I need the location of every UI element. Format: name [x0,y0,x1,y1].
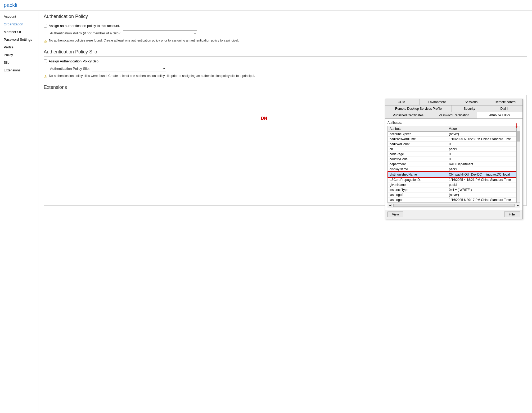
auth-policy-checkbox[interactable] [44,24,47,27]
sidebar-item-silo[interactable]: Silo [0,59,38,66]
attr-cell: badPasswordTime [388,137,447,142]
auth-silo-warning-text: No authentication policy silos were foun… [49,74,255,78]
attr-cell: department [388,162,447,167]
attributes-area: Attributes: Attribute Value [385,119,522,210]
table-row[interactable]: accountExpires(never) [388,132,520,137]
attr-cell: dSCorePropagationD... [388,177,447,182]
tab-row-2: Remote Desktop Services Profile Security… [385,105,522,112]
tab-security[interactable]: Security [452,105,487,112]
value-cell: CN=packli,OU=Dev,DC=mingdao,DC=local [447,172,520,177]
attr-cell: accountExpires [388,132,447,137]
sidebar-item-extensions[interactable]: Extensions [0,66,38,74]
attr-cell: givenName [388,182,447,187]
table-row[interactable]: displayNamepackli [388,167,520,172]
attr-cell: countryCode [388,157,447,162]
value-cell: 0 [447,157,520,162]
scroll-track[interactable] [393,204,515,207]
scrollbar-thumb[interactable] [517,131,520,141]
value-cell: 0 [447,152,520,157]
app-title: packli [0,0,532,11]
auth-silo-checkbox-label: Assign Authentication Policy Silo [49,59,98,63]
table-row[interactable]: codePage0 [388,152,520,157]
warning-icon: ⚠ [44,39,47,44]
auth-policy-field-label: Authentication Policy (if not member of … [50,31,121,35]
attr-cell: instanceType [388,187,447,192]
scroll-left-arrow[interactable]: ◀ [388,204,392,207]
value-cell: 1/16/2025 6:30:17 PM China Standard Time [447,198,520,203]
attr-cell: distinguishedName [388,172,447,177]
table-row[interactable]: countryCode0 [388,157,520,162]
value-cell: 1/16/2025 6:00:28 PM China Standard Time [447,137,520,142]
auth-silo-checkbox-row: Assign Authentication Policy Silo [44,59,527,63]
table-row[interactable]: departmentR&D Department [388,162,520,167]
sidebar-item-password-settings[interactable]: Password Settings [0,36,38,43]
auth-policy-field-row: Authentication Policy (if not member of … [50,30,527,36]
value-cell: packli [447,167,520,172]
filter-button[interactable]: Filter [504,212,520,217]
table-row[interactable]: dSCorePropagationD...1/16/2025 4:18:21 P… [388,177,520,182]
auth-policy-dropdown[interactable] [123,30,197,36]
tab-row-1: COM+ Environment Sessions Remote control [385,99,522,105]
attr-cell: lastLogoff [388,192,447,198]
main-layout: AccountOrganizationMember OfPassword Set… [0,11,532,413]
table-row[interactable]: instanceType0x4 = ( WRITE ) [388,187,520,192]
auth-policy-section: Authentication Policy Assign an authenti… [44,14,527,44]
table-row[interactable]: distinguishedNameCN=packli,OU=Dev,DC=min… [388,172,520,177]
tab-rdp-profile[interactable]: Remote Desktop Services Profile [385,105,452,112]
extensions-section: Extensions COM+ Environment Sessions Rem… [44,85,527,206]
sidebar-item-organization[interactable]: Organization [0,20,38,28]
extensions-title: Extensions [44,85,527,92]
auth-policy-warning-text: No authentication policies were found. C… [49,39,239,42]
attr-table: Attribute Value accountExpires(never)bad… [388,126,520,203]
auth-policy-silo-section: Authentication Policy Silo Assign Authen… [44,49,527,79]
auth-policy-checkbox-row: Assign an authentication policy to this … [44,24,527,28]
table-row[interactable]: givenNamepackli [388,182,520,187]
tab-environment[interactable]: Environment [420,99,454,105]
auth-silo-field-label: Authentication Policy Silo: [50,67,90,71]
table-row[interactable]: badPwdCount0 [388,142,520,147]
tab-remote-control[interactable]: Remote control [488,99,522,105]
tab-com-plus[interactable]: COM+ [385,99,420,105]
sidebar: AccountOrganizationMember OfPassword Set… [0,11,38,413]
attr-cell: cn [388,147,447,152]
table-row[interactable]: lastLogon1/16/2025 6:30:17 PM China Stan… [388,198,520,203]
tab-rows-container: COM+ Environment Sessions Remote control… [385,99,522,119]
sidebar-item-policy[interactable]: Policy [0,51,38,59]
content-area: Authentication Policy Assign an authenti… [38,11,532,413]
table-row[interactable]: cnpackli [388,147,520,152]
auth-policy-silo-title: Authentication Policy Silo [44,49,527,57]
sidebar-item-member-of[interactable]: Member Of [0,28,38,36]
attr-table-container: Attribute Value accountExpires(never)bad… [387,126,520,203]
auth-policy-dropdown-wrapper[interactable] [123,30,197,36]
auth-silo-field-row: Authentication Policy Silo: [50,66,527,71]
value-cell: (never) [447,192,520,198]
auth-silo-dropdown-wrapper[interactable] [92,66,166,71]
value-cell: (never) [447,132,520,137]
warning-icon-2: ⚠ [44,74,47,79]
value-cell: 1/16/2025 4:18:21 PM China Standard Time [447,177,520,182]
dn-annotation: DN ↓ [245,116,521,129]
attr-cell: displayName [388,167,447,172]
app-container: packli AccountOrganizationMember OfPassw… [0,0,532,413]
value-cell: 0x4 = ( WRITE ) [447,187,520,192]
tab-dial-in[interactable]: Dial-in [487,105,522,112]
value-cell: packli [447,147,520,152]
dialog-buttons: View Filter [385,210,522,219]
sidebar-item-profile[interactable]: Profile [0,43,38,51]
auth-silo-checkbox[interactable] [44,59,47,63]
scrollbar[interactable] [516,126,520,203]
attr-cell: badPwdCount [388,142,447,147]
extensions-inner: COM+ Environment Sessions Remote control… [44,95,527,206]
tab-sessions[interactable]: Sessions [454,99,489,105]
sidebar-item-account[interactable]: Account [0,13,38,20]
view-button[interactable]: View [387,212,403,217]
scroll-right-arrow[interactable]: ▶ [516,204,520,207]
table-row[interactable]: lastLogoff(never) [388,192,520,198]
dn-arrow: ↓ [245,121,519,129]
attr-cell: lastLogon [388,198,447,203]
table-row[interactable]: badPasswordTime1/16/2025 6:00:28 PM Chin… [388,137,520,142]
auth-silo-warning: ⚠ No authentication policy silos were fo… [44,74,527,79]
auth-silo-dropdown[interactable] [92,66,166,71]
horizontal-scrollbar: ◀ ▶ [387,203,520,208]
value-cell: 0 [447,142,520,147]
